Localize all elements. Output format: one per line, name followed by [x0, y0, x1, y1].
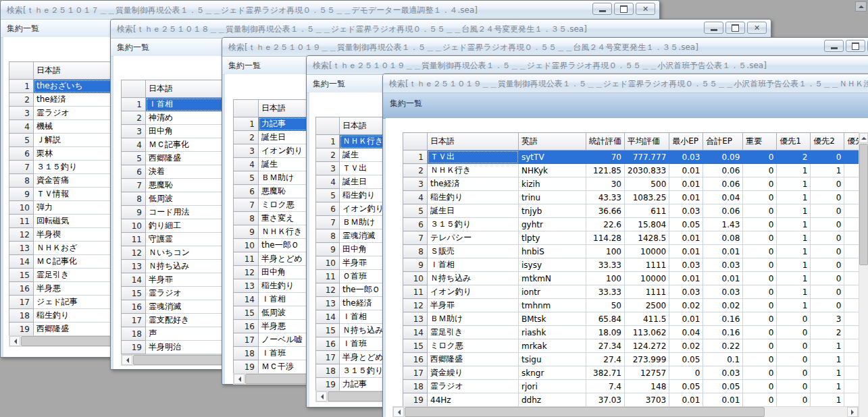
grid-cell[interactable]: gyhtr — [519, 218, 586, 231]
grid-cell[interactable]: Ｓ販売 — [428, 245, 519, 258]
row-number-cell[interactable]: 4 — [9, 120, 34, 134]
minimize-button[interactable] — [704, 22, 723, 34]
grid-cell[interactable]: 44Hz — [428, 393, 519, 407]
scroll-right-button[interactable] — [847, 407, 858, 417]
row-number-cell[interactable]: 1 — [122, 98, 146, 111]
grid-cell[interactable]: 33.33 — [586, 258, 625, 272]
row-number-cell[interactable]: 1 — [316, 135, 340, 148]
table-row[interactable]: 9Ｉ首相isysy33.3311110.030.03010 — [403, 258, 868, 272]
grid-cell[interactable]: 33.33 — [586, 285, 625, 299]
scroll-left-button[interactable] — [122, 355, 132, 365]
grid-cell[interactable]: 0 — [743, 218, 777, 231]
grid-cell[interactable]: 0 — [811, 258, 844, 272]
grid-cell[interactable]: isysy — [519, 258, 586, 272]
grid-cell[interactable]: 113.062 — [625, 326, 669, 339]
row-number-cell[interactable]: 5 — [9, 134, 34, 147]
row-number-cell[interactable]: 6 — [316, 202, 340, 216]
row-number-cell[interactable]: 13 — [234, 279, 259, 293]
grid-cell[interactable]: 0.03 — [703, 258, 743, 272]
row-number-cell[interactable]: 3 — [9, 107, 34, 120]
row-number-cell[interactable]: 17 — [234, 333, 259, 347]
grid-cell[interactable]: 27.4 — [586, 353, 625, 366]
grid-cell[interactable]: 0 — [777, 339, 811, 353]
grid-cell[interactable]: 1111 — [625, 258, 669, 272]
column-header[interactable]: 優先2 — [811, 133, 844, 150]
grid-cell[interactable]: 0.05 — [669, 218, 703, 231]
grid-cell[interactable]: ＴＶ出 — [428, 150, 519, 164]
grid-cell[interactable]: 411.5 — [625, 312, 669, 326]
row-number-cell[interactable]: 19 — [403, 393, 428, 407]
table-row[interactable]: 1ＴＶ出sytTV70777.7770.030.09020 — [403, 150, 868, 164]
vertical-scrollbar[interactable] — [859, 132, 868, 417]
grid-cell[interactable]: skngr — [519, 366, 586, 380]
grid-cell[interactable]: 22.6 — [586, 218, 625, 231]
grid-cell[interactable]: 0.01 — [669, 164, 703, 177]
grid-cell[interactable]: 0 — [743, 177, 777, 191]
close-button[interactable]: ✕ — [636, 3, 655, 15]
grid-cell[interactable]: 65.84 — [586, 312, 625, 326]
grid-cell[interactable]: 124.272 — [625, 339, 669, 353]
row-number-cell[interactable]: 6 — [9, 147, 34, 161]
row-number-cell[interactable]: 8 — [316, 229, 340, 243]
table-row[interactable]: 7テレパシーtlpty114.281428.50.010.08010 — [403, 231, 868, 245]
grid-cell[interactable]: 0 — [777, 353, 811, 366]
row-number-cell[interactable]: 13 — [122, 260, 146, 273]
grid-cell[interactable]: 27.34 — [586, 339, 625, 353]
row-number-cell[interactable]: 16 — [316, 337, 340, 351]
row-number-cell[interactable]: 18 — [122, 327, 146, 341]
grid-cell[interactable]: 0.05 — [669, 353, 703, 366]
grid-cell[interactable]: 0.06 — [703, 164, 743, 177]
grid-cell[interactable]: 0 — [743, 245, 777, 258]
table-row[interactable]: 12半身罪tmhnm5025000.020.02010 — [403, 299, 868, 312]
row-number-cell[interactable]: 19 — [316, 378, 340, 391]
row-number-cell[interactable]: 1 — [9, 80, 34, 93]
grid-cell[interactable]: mtkmN — [519, 272, 586, 285]
grid-cell[interactable]: 資金繰り — [428, 366, 519, 380]
row-number-cell[interactable]: 17 — [316, 351, 340, 364]
row-number-cell[interactable]: 5 — [403, 204, 428, 218]
grid-cell[interactable]: 稲生釣り — [428, 191, 519, 204]
grid-cell[interactable]: 0.22 — [703, 339, 743, 353]
row-number-cell[interactable]: 16 — [403, 353, 428, 366]
column-header[interactable]: 平均評価 — [625, 133, 669, 150]
row-number-cell[interactable]: 13 — [9, 242, 34, 255]
grid-cell[interactable]: 50 — [586, 299, 625, 312]
restore-button[interactable] — [846, 40, 865, 52]
row-number-cell[interactable]: 4 — [316, 175, 340, 189]
grid-cell[interactable]: 100 — [586, 245, 625, 258]
grid-cell[interactable]: 0 — [743, 353, 777, 366]
row-number-cell[interactable]: 15 — [316, 324, 340, 337]
grid-cell[interactable]: 0 — [743, 231, 777, 245]
row-number-cell[interactable]: 10 — [122, 219, 146, 233]
row-number-cell[interactable]: 9 — [122, 206, 146, 219]
row-number-cell[interactable]: 2 — [9, 93, 34, 107]
row-number-cell[interactable]: 4 — [122, 138, 146, 152]
grid-cell[interactable]: 70 — [586, 150, 625, 164]
grid-cell[interactable]: 1 — [811, 164, 844, 177]
grid-cell[interactable]: 0 — [743, 299, 777, 312]
grid-cell[interactable]: 37.03 — [586, 393, 625, 407]
grid-cell[interactable]: 0.03 — [669, 204, 703, 218]
grid-cell[interactable]: テレパシー — [428, 231, 519, 245]
grid-cell[interactable]: 2 — [777, 150, 811, 164]
row-number-cell[interactable]: 5 — [122, 152, 146, 165]
row-number-cell[interactable]: 17 — [403, 366, 428, 380]
grid-cell[interactable]: tmhnm — [519, 299, 586, 312]
grid-cell[interactable]: 0.09 — [703, 150, 743, 164]
grid-cell[interactable]: 1 — [777, 285, 811, 299]
minimize-button[interactable] — [592, 3, 612, 15]
mdi-scroll-up-button[interactable] — [855, 1, 867, 11]
grid-cell[interactable]: ミロク悪 — [428, 339, 519, 353]
grid-cell[interactable]: 1 — [777, 177, 811, 191]
grid-cell[interactable]: 0 — [743, 164, 777, 177]
grid-cell[interactable]: 500 — [625, 177, 669, 191]
table-row[interactable]: 15ミロク悪mrkak27.34124.2720.020.22001 — [403, 339, 868, 353]
grid-cell[interactable]: 121.85 — [586, 164, 625, 177]
row-number-cell[interactable]: 5 — [316, 189, 340, 202]
grid-cell[interactable]: 1 — [811, 380, 844, 393]
grid-cell[interactable]: 0 — [743, 326, 777, 339]
grid-cell[interactable]: 43.33 — [586, 191, 625, 204]
scroll-left-button[interactable] — [393, 407, 404, 417]
column-header[interactable]: 最小EP — [669, 133, 703, 150]
row-number-cell[interactable]: 10 — [316, 256, 340, 270]
